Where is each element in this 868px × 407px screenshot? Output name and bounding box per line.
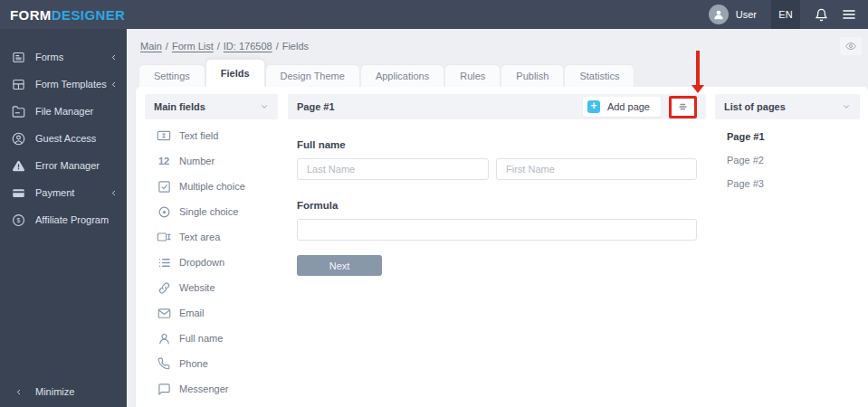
chevron-left-icon (110, 53, 118, 62)
number-icon: 12 (156, 156, 172, 166)
field-type-dropdown[interactable]: Dropdown (145, 250, 278, 275)
bell-icon (815, 8, 828, 22)
formdesigner-app: FORMDESIGNER User EN Forms Form Template… (0, 0, 868, 407)
field-type-number[interactable]: 12 Number (145, 148, 278, 174)
text-field-icon (156, 128, 172, 143)
sidebar-item-payment[interactable]: Payment (0, 179, 127, 206)
language-selector[interactable]: EN (771, 0, 800, 29)
page-title: Page #1 (297, 101, 335, 112)
field-type-multiple-choice[interactable]: Multiple choice (145, 174, 278, 199)
hamburger-icon (841, 7, 857, 22)
tab-applications[interactable]: Applications (361, 65, 444, 87)
page-list-item-3[interactable]: Page #3 (715, 172, 860, 195)
field-type-email[interactable]: Email (145, 300, 278, 326)
main-fields-title: Main fields (154, 101, 205, 112)
formula-input[interactable] (297, 219, 697, 241)
sidebar-item-file-manager[interactable]: File Manager (0, 98, 127, 125)
field-type-label: Number (179, 156, 215, 166)
pages-list-icon (678, 101, 689, 112)
breadcrumb-link-form-list[interactable]: Form List (172, 41, 214, 52)
first-name-input[interactable] (496, 158, 697, 180)
field-type-label: Phone (179, 358, 208, 369)
form-preview: Full name Formula Next (288, 119, 706, 276)
chevron-down-icon (842, 102, 851, 111)
breadcrumb-link-form-id[interactable]: ID: 176508 (224, 41, 272, 52)
add-page-button[interactable]: + Add page (583, 97, 661, 117)
avatar[interactable] (709, 5, 729, 24)
payment-icon (11, 186, 26, 200)
page-list-item-2[interactable]: Page #2 (715, 148, 860, 172)
add-page-label: Add page (607, 101, 650, 112)
field-type-phone[interactable]: Phone (145, 351, 278, 376)
main-menu-button[interactable] (841, 7, 857, 22)
field-type-list: Text field 12 Number Multiple choice Sin… (145, 119, 278, 402)
sidebar-item-label: Error Manager (35, 160, 118, 171)
tab-design-theme[interactable]: Design Theme (266, 65, 359, 87)
sidebar-item-label: Affiliate Program (35, 214, 118, 225)
tab-rules[interactable]: Rules (445, 65, 500, 87)
field-type-single-choice[interactable]: Single choice (145, 199, 278, 224)
tab-fields[interactable]: Fields (206, 60, 264, 87)
field-type-label: Dropdown (179, 257, 224, 268)
field-type-text-area[interactable]: Text area (145, 224, 278, 250)
chevron-left-icon (110, 80, 118, 89)
pages-list-toggle-button[interactable] (672, 99, 694, 116)
phone-icon (156, 357, 172, 370)
list-of-pages-panel: List of pages Page #1 Page #2 Page #3 (715, 94, 860, 195)
breadcrumb-link-main[interactable]: Main (140, 41, 162, 52)
tab-publish[interactable]: Publish (501, 65, 563, 87)
logo-part1: FORM (10, 7, 52, 23)
page-editor-panel: Page #1 + Add page Full name (288, 94, 706, 276)
last-name-input[interactable] (297, 158, 489, 180)
field-type-full-name[interactable]: Full name (145, 326, 278, 351)
sidebar-minimize-button[interactable]: Minimize (0, 378, 127, 405)
sidebar-item-affiliate-program[interactable]: $ Affiliate Program (0, 206, 127, 233)
field-type-label: Multiple choice (179, 181, 245, 192)
field-type-label: Text field (179, 130, 218, 141)
sidebar-item-guest-access[interactable]: Guest Access (0, 125, 127, 152)
full-name-label: Full name (297, 139, 706, 150)
field-type-text-field[interactable]: Text field (145, 123, 278, 148)
field-type-website[interactable]: Website (145, 275, 278, 300)
logo-part2: DESIGNER (52, 7, 126, 23)
preview-button[interactable] (840, 37, 862, 55)
breadcrumb-separator: / (166, 41, 168, 52)
app-logo[interactable]: FORMDESIGNER (0, 7, 127, 23)
eye-icon (844, 41, 857, 52)
list-of-pages-header[interactable]: List of pages (715, 94, 860, 119)
main-fields-panel: Main fields Text field 12 Number Multipl… (145, 94, 278, 402)
formula-label: Formula (297, 200, 706, 211)
next-button[interactable]: Next (297, 255, 382, 276)
guest-access-icon (11, 132, 26, 146)
tab-bar: Settings Fields Design Theme Application… (139, 60, 635, 87)
field-type-label: Single choice (179, 206, 238, 217)
dropdown-icon (156, 256, 172, 270)
breadcrumb-separator: / (276, 41, 279, 52)
plus-icon: + (587, 100, 600, 113)
tab-statistics[interactable]: Statistics (565, 65, 634, 87)
main-fields-header[interactable]: Main fields (145, 94, 278, 119)
page-header: Page #1 + Add page (288, 94, 706, 119)
sidebar-item-form-templates[interactable]: Form Templates (0, 71, 127, 98)
field-type-messenger[interactable]: Messenger (145, 376, 278, 402)
sidebar-item-label: Forms (35, 52, 110, 62)
minimize-label: Minimize (35, 386, 118, 397)
email-icon (156, 307, 172, 320)
notifications-button[interactable] (815, 8, 828, 22)
text-area-icon (156, 230, 172, 244)
breadcrumb-separator: / (217, 41, 220, 52)
user-menu-label[interactable]: User (736, 9, 757, 20)
sidebar-item-error-manager[interactable]: Error Manager (0, 152, 127, 179)
radio-icon (156, 205, 172, 219)
affiliate-program-icon: $ (11, 213, 26, 227)
svg-text:$: $ (17, 217, 21, 223)
checkbox-icon (156, 180, 172, 194)
sidebar-item-label: Form Templates (35, 79, 110, 90)
field-type-label: Text area (179, 232, 220, 242)
page-list-item-1[interactable]: Page #1 (715, 125, 860, 148)
chevron-down-icon (260, 102, 269, 111)
sidebar-item-forms[interactable]: Forms (0, 43, 127, 71)
content-area: Main/Form List/ID: 176508/Fields Setting… (127, 29, 868, 407)
chevron-left-icon (110, 189, 118, 197)
tab-settings[interactable]: Settings (139, 65, 205, 87)
